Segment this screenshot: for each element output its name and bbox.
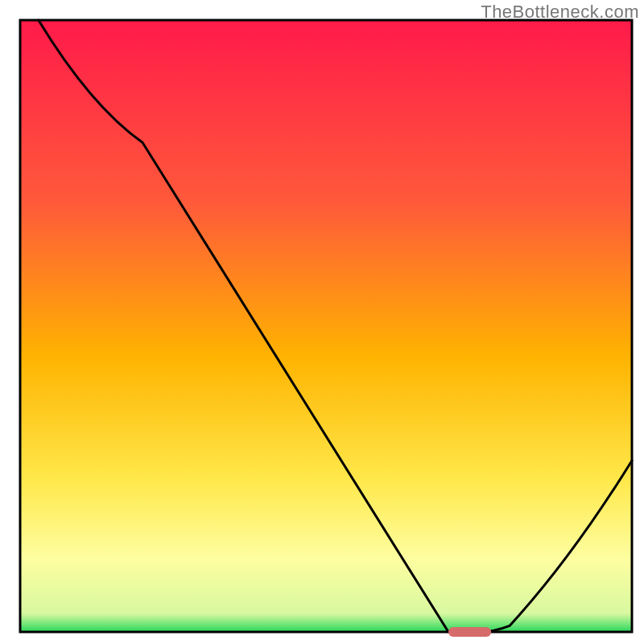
bottleneck-chart	[0, 0, 644, 644]
chart-gradient-bg	[20, 20, 632, 632]
optimal-marker	[448, 627, 491, 637]
watermark-text: TheBottleneck.com	[481, 2, 639, 23]
